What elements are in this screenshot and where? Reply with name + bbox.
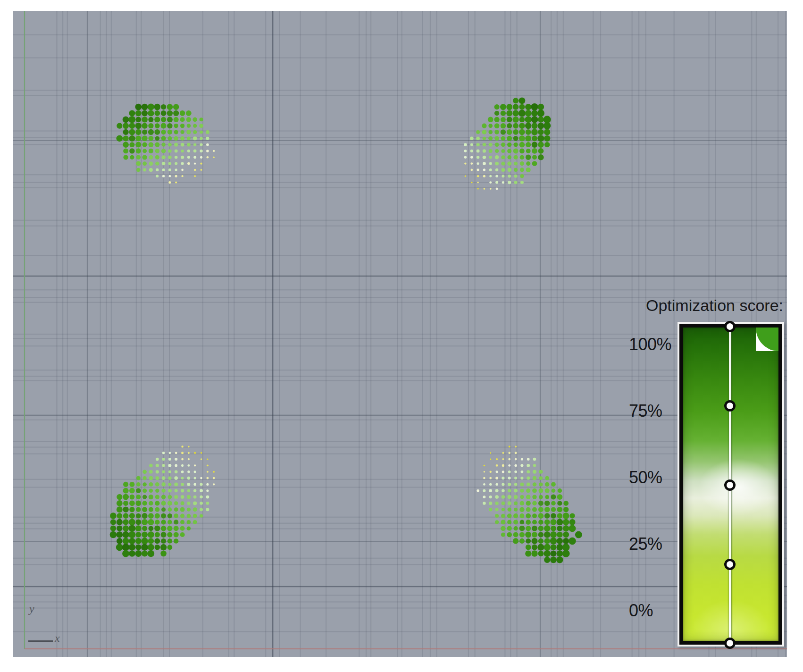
point-cloud-layer: [13, 11, 787, 657]
legend-scale-label: 100%: [629, 335, 671, 354]
page: y x Optimization score: 100%75%50%25%0%: [0, 0, 803, 672]
legend-scale-label: 50%: [629, 468, 662, 487]
gradient-handle[interactable]: [724, 321, 736, 332]
color-fan-icon[interactable]: [756, 328, 778, 351]
color-fan-disc: [756, 328, 778, 351]
legend-scale-label: 75%: [629, 401, 662, 421]
gradient-handle[interactable]: [724, 638, 736, 649]
gradient-handle[interactable]: [724, 400, 736, 412]
gradient-handle[interactable]: [724, 479, 736, 491]
cad-viewport[interactable]: y x: [13, 11, 787, 657]
legend-scale-label: 0%: [629, 601, 653, 621]
axis-y-label: y: [29, 603, 34, 614]
legend-title: Optimization score:: [646, 296, 783, 315]
axis-x-label: x: [55, 632, 60, 644]
gradient-handle[interactable]: [724, 559, 736, 570]
legend-scale-label: 25%: [629, 534, 662, 554]
axis-x-line: [28, 640, 53, 642]
